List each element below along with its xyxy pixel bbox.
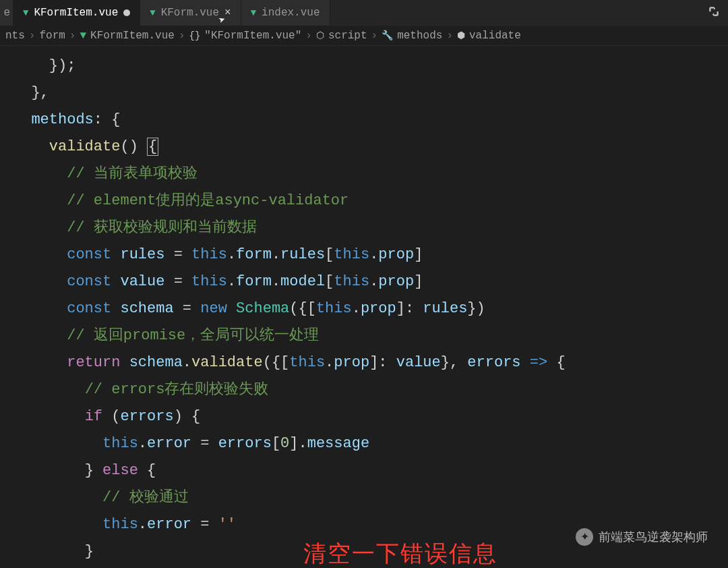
- code-text: prop: [361, 300, 396, 317]
- code-text: const: [67, 300, 111, 317]
- code-text: prop: [378, 246, 414, 263]
- code-text: : {: [94, 111, 121, 128]
- breadcrumb-item[interactable]: validate: [469, 30, 521, 42]
- code-comment: // element使用的是async-validator: [67, 192, 348, 209]
- code-text: this: [334, 246, 369, 263]
- code-comment: // errors存在则校验失败: [85, 381, 269, 398]
- code-text: (): [120, 138, 147, 155]
- code-text: this: [102, 435, 138, 452]
- code-text: errors: [467, 354, 520, 371]
- code-text: rules: [120, 246, 164, 263]
- code-text: rules: [280, 246, 325, 263]
- code-text: const: [67, 273, 111, 290]
- code-text: validate: [191, 354, 263, 371]
- breadcrumb-item[interactable]: methods: [397, 30, 442, 42]
- braces-icon: {}: [189, 30, 200, 41]
- breadcrumb-item[interactable]: script: [328, 30, 367, 42]
- code-text: model: [280, 273, 325, 290]
- code-text: =: [164, 246, 191, 263]
- code-text: =: [191, 516, 218, 533]
- breadcrumb[interactable]: nts › form › ▼ KFormItem.vue › {} "KForm…: [0, 26, 728, 46]
- close-icon[interactable]: ×: [224, 7, 231, 19]
- chevron-right-icon: ›: [371, 30, 378, 42]
- code-text: error: [147, 435, 191, 452]
- code-editor[interactable]: }); }, methods: { validate() { // 当前表单项校…: [0, 46, 728, 565]
- code-text: schema: [129, 354, 183, 371]
- code-comment: // 获取校验规则和当前数据: [67, 219, 257, 236]
- chevron-right-icon: ›: [446, 30, 453, 42]
- vue-icon: ▼: [23, 7, 28, 18]
- code-text: rules: [423, 300, 467, 317]
- code-text: 0: [280, 435, 289, 452]
- code-text: =: [191, 435, 218, 452]
- code-comment: // 校验通过: [102, 489, 189, 506]
- tab-kformitem[interactable]: ▼ KFormItem.vue: [13, 0, 140, 26]
- code-cursor: {: [147, 138, 158, 156]
- vue-icon: ▼: [150, 7, 155, 18]
- code-text: '': [218, 516, 236, 533]
- code-text: this: [316, 300, 352, 317]
- code-text: methods: [31, 111, 93, 128]
- code-text: error: [147, 516, 191, 533]
- chevron-right-icon: ›: [179, 30, 185, 42]
- breadcrumb-item[interactable]: nts: [5, 30, 25, 42]
- code-text: prop: [334, 354, 369, 371]
- code-text: validate: [49, 138, 121, 155]
- code-text: this: [289, 354, 325, 371]
- breadcrumb-item[interactable]: "KFormItem.vue": [204, 30, 301, 42]
- code-text: this: [334, 273, 369, 290]
- watermark: ✦ 前端菜鸟逆袭架构师: [576, 523, 708, 550]
- wechat-icon: ✦: [576, 528, 593, 546]
- tab-bar: e ▼ KFormItem.vue ▼ KForm.vue × ▼ index.…: [0, 0, 728, 26]
- tab-index[interactable]: ▼ index.vue: [241, 0, 330, 26]
- code-text: form: [236, 246, 272, 263]
- code-text: if: [85, 408, 102, 425]
- tab-label: KFormItem.vue: [34, 7, 118, 19]
- breadcrumb-item[interactable]: form: [39, 30, 65, 42]
- tab-label: KForm.vue: [161, 7, 219, 19]
- tab-overflow-left[interactable]: e: [0, 0, 13, 26]
- code-text: value: [120, 273, 164, 290]
- code-text: form: [236, 273, 272, 290]
- code-text: else: [102, 462, 138, 479]
- code-text: Schema: [236, 300, 289, 317]
- code-text: },: [13, 84, 49, 101]
- chevron-right-icon: ›: [69, 30, 76, 42]
- code-text: errors: [120, 408, 173, 425]
- code-text: this: [102, 516, 138, 533]
- chevron-right-icon: ›: [29, 30, 36, 42]
- vue-icon: ▼: [80, 30, 86, 42]
- code-comment: // 返回promise，全局可以统一处理: [67, 327, 319, 344]
- tab-label: index.vue: [262, 7, 320, 19]
- code-text: prop: [378, 273, 414, 290]
- code-text: return: [67, 354, 120, 371]
- code-text: this: [191, 246, 227, 263]
- watermark-text: 前端菜鸟逆袭架构师: [599, 523, 708, 550]
- chevron-right-icon: ›: [305, 30, 312, 42]
- code-text: schema: [120, 300, 173, 317]
- code-text: message: [307, 435, 369, 452]
- method-icon: 🔧: [382, 30, 393, 41]
- vue-icon: ▼: [251, 7, 256, 18]
- module-icon: ⬡: [316, 30, 324, 41]
- code-comment: // 当前表单项校验: [67, 165, 198, 182]
- cube-icon: ⬢: [457, 30, 465, 41]
- code-text: const: [67, 246, 111, 263]
- code-text: });: [13, 57, 75, 74]
- compare-changes-icon[interactable]: [708, 5, 728, 21]
- annotation-overlay: 清空一下错误信息: [303, 540, 497, 567]
- code-text: value: [396, 354, 441, 371]
- dirty-indicator-icon: [123, 9, 130, 16]
- code-text: =: [164, 273, 191, 290]
- code-text: =>: [530, 354, 547, 371]
- code-text: errors: [218, 435, 272, 452]
- breadcrumb-item[interactable]: KFormItem.vue: [90, 30, 175, 42]
- code-text: this: [191, 273, 227, 290]
- code-text: new: [200, 300, 227, 317]
- code-text: =: [174, 300, 201, 317]
